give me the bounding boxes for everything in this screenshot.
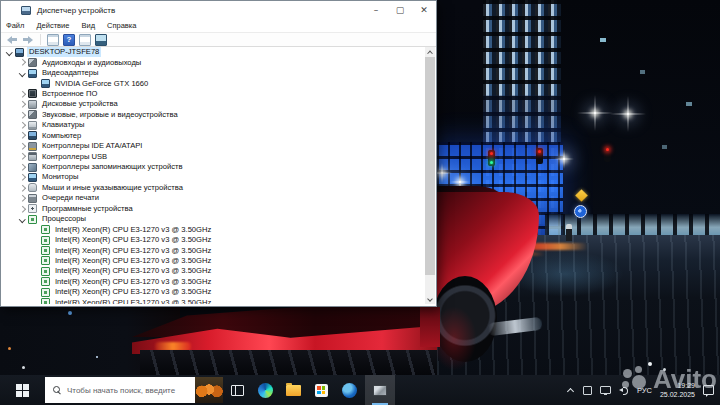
chevron-collapsed-icon[interactable] bbox=[18, 165, 26, 170]
forward-arrow-icon[interactable] bbox=[22, 35, 34, 45]
volume-icon[interactable] bbox=[619, 386, 629, 395]
back-arrow-icon[interactable] bbox=[6, 35, 18, 45]
software-icon bbox=[28, 204, 37, 213]
tree-scrollbar[interactable] bbox=[425, 47, 435, 304]
scroll-down-icon[interactable] bbox=[425, 294, 435, 304]
tree-item[interactable]: Intel(R) Xeon(R) CPU E3-1270 v3 @ 3.50GH… bbox=[2, 224, 425, 234]
chevron-expanded-icon[interactable] bbox=[18, 71, 26, 76]
search-box[interactable] bbox=[45, 377, 223, 403]
chevron-collapsed-icon[interactable] bbox=[18, 102, 26, 107]
tree-item[interactable]: Дисковые устройства bbox=[2, 99, 425, 109]
tree-item[interactable]: Intel(R) Xeon(R) CPU E3-1270 v3 @ 3.50GH… bbox=[2, 235, 425, 245]
cpu-icon bbox=[41, 277, 50, 286]
tree-item[interactable]: Аудиовходы и аудиовыходы bbox=[2, 57, 425, 67]
tree-item[interactable]: Клавиатуры bbox=[2, 120, 425, 130]
clock-time: 19:29 bbox=[677, 382, 695, 389]
start-button[interactable] bbox=[0, 375, 45, 405]
properties-icon[interactable] bbox=[47, 34, 59, 46]
tree-item-label: NVIDIA GeForce GTX 1660 bbox=[53, 79, 150, 89]
tree-item[interactable]: Компьютер bbox=[2, 131, 425, 141]
chevron-collapsed-icon[interactable] bbox=[18, 92, 26, 97]
search-input[interactable] bbox=[67, 386, 195, 395]
file-explorer-button[interactable] bbox=[279, 375, 307, 405]
menu-view[interactable]: Вид bbox=[81, 21, 95, 30]
tree-item-label: Intel(R) Xeon(R) CPU E3-1270 v3 @ 3.50GH… bbox=[53, 287, 213, 297]
search-highlight-image[interactable] bbox=[195, 377, 223, 403]
tree-item-label: Мыши и иные указывающие устройства bbox=[40, 183, 185, 193]
bokeh-dot bbox=[22, 366, 25, 369]
tree-item[interactable]: Контроллеры USB bbox=[2, 151, 425, 161]
search-icon bbox=[53, 386, 61, 394]
tree-item[interactable]: Звуковые, игровые и видеоустройства bbox=[2, 110, 425, 120]
minimize-button[interactable]: – bbox=[364, 2, 388, 19]
store-button[interactable] bbox=[307, 375, 335, 405]
chevron-expanded-icon[interactable] bbox=[5, 50, 13, 55]
tree-item-label: Встроенное ПО bbox=[40, 89, 99, 99]
language-indicator[interactable]: РУС bbox=[637, 386, 652, 395]
chevron-collapsed-icon[interactable] bbox=[18, 154, 26, 159]
edge-icon bbox=[258, 383, 273, 398]
display-tray-icon[interactable] bbox=[600, 386, 611, 394]
scroll-up-icon[interactable] bbox=[425, 47, 435, 57]
tray-app-icon[interactable] bbox=[583, 386, 592, 395]
tree-item[interactable]: Intel(R) Xeon(R) CPU E3-1270 v3 @ 3.50GH… bbox=[2, 298, 425, 305]
menu-file[interactable]: Файл bbox=[6, 21, 24, 30]
clock-date: 25.02.2025 bbox=[660, 391, 695, 398]
device-manager-taskbar-button[interactable] bbox=[365, 375, 395, 405]
show-hidden-icons[interactable] bbox=[567, 386, 575, 394]
tree-item[interactable]: Intel(R) Xeon(R) CPU E3-1270 v3 @ 3.50GH… bbox=[2, 256, 425, 266]
keyboard-icon bbox=[28, 121, 37, 130]
action-center-icon[interactable] bbox=[703, 385, 714, 395]
chevron-collapsed-icon[interactable] bbox=[18, 113, 26, 118]
mail-button[interactable] bbox=[335, 375, 363, 405]
chevron-collapsed-icon[interactable] bbox=[18, 186, 26, 191]
chevron-collapsed-icon[interactable] bbox=[18, 60, 26, 65]
scrollbar-thumb[interactable] bbox=[425, 57, 435, 275]
chevron-expanded-icon[interactable] bbox=[18, 217, 26, 222]
toolbar-separator bbox=[40, 34, 41, 45]
tree-item[interactable]: Intel(R) Xeon(R) CPU E3-1270 v3 @ 3.50GH… bbox=[2, 287, 425, 297]
scan-hardware-icon[interactable] bbox=[95, 34, 107, 46]
chevron-collapsed-icon[interactable] bbox=[18, 175, 26, 180]
mouse-icon bbox=[28, 183, 37, 192]
help-icon[interactable]: ? bbox=[63, 34, 75, 46]
system-tray: РУС 19:29 25.02.2025 bbox=[567, 381, 720, 400]
chevron-collapsed-icon[interactable] bbox=[18, 133, 26, 138]
tree-item[interactable]: Intel(R) Xeon(R) CPU E3-1270 v3 @ 3.50GH… bbox=[2, 266, 425, 276]
tree-item[interactable]: Контроллеры запоминающих устройств bbox=[2, 162, 425, 172]
tree-item[interactable]: Мыши и иные указывающие устройства bbox=[2, 183, 425, 193]
tree-item[interactable]: NVIDIA GeForce GTX 1660 bbox=[2, 78, 425, 88]
task-view-button[interactable] bbox=[223, 375, 251, 405]
maximize-button[interactable]: ▢ bbox=[388, 2, 412, 19]
chevron-placeholder bbox=[31, 280, 39, 284]
tree-item[interactable]: Видеоадаптеры bbox=[2, 68, 425, 78]
cpu-icon bbox=[41, 225, 50, 234]
tree-item[interactable]: Программные устройства bbox=[2, 204, 425, 214]
tree-item[interactable]: Мониторы bbox=[2, 172, 425, 182]
device-list-icon[interactable] bbox=[79, 34, 91, 46]
cpu-icon bbox=[41, 246, 50, 255]
chevron-collapsed-icon[interactable] bbox=[18, 123, 26, 128]
clock[interactable]: 19:29 25.02.2025 bbox=[660, 381, 695, 400]
tree-item[interactable]: Процессоры bbox=[2, 214, 425, 224]
tree-item[interactable]: DESKTOP-JTSFE78 bbox=[2, 47, 425, 57]
streetlight-flare bbox=[459, 181, 461, 183]
tree-item-label: Дисковые устройства bbox=[40, 99, 120, 109]
tree-item-label: Контроллеры USB bbox=[40, 152, 109, 162]
chevron-collapsed-icon[interactable] bbox=[18, 144, 26, 149]
close-button[interactable]: ✕ bbox=[412, 2, 436, 19]
menu-action[interactable]: Действие bbox=[36, 21, 69, 30]
tree-item[interactable]: Встроенное ПО bbox=[2, 89, 425, 99]
tree-item-label: Процессоры bbox=[40, 214, 88, 224]
title-bar[interactable]: Диспетчер устройств – ▢ ✕ bbox=[1, 1, 436, 19]
bokeh-dot bbox=[68, 311, 72, 315]
tree-item[interactable]: Контроллеры IDE ATA/ATAPI bbox=[2, 141, 425, 151]
menu-help[interactable]: Справка bbox=[107, 21, 136, 30]
tree-item-label: Контроллеры IDE ATA/ATAPI bbox=[40, 141, 144, 151]
chevron-collapsed-icon[interactable] bbox=[18, 196, 26, 201]
tree-item[interactable]: Intel(R) Xeon(R) CPU E3-1270 v3 @ 3.50GH… bbox=[2, 245, 425, 255]
tree-item[interactable]: Intel(R) Xeon(R) CPU E3-1270 v3 @ 3.50GH… bbox=[2, 277, 425, 287]
tree-item[interactable]: Очереди печати bbox=[2, 193, 425, 203]
edge-button[interactable] bbox=[251, 375, 279, 405]
chevron-collapsed-icon[interactable] bbox=[18, 207, 26, 212]
